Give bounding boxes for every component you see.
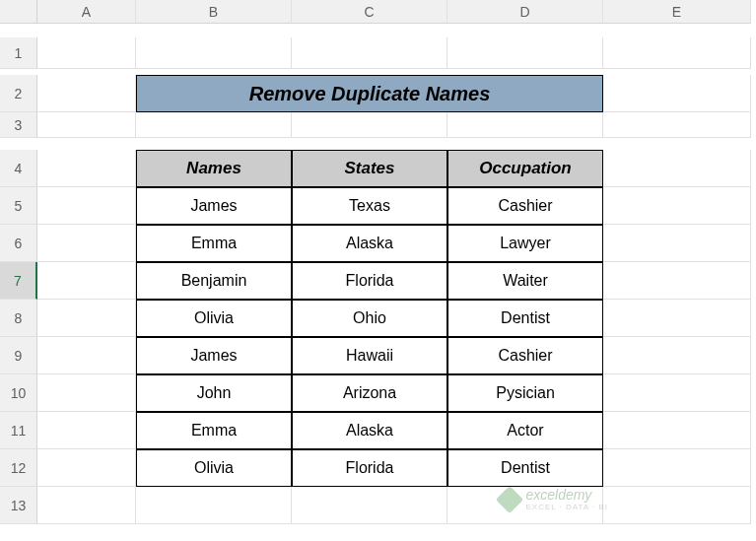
- cell-C1[interactable]: [292, 37, 447, 69]
- cell-E3[interactable]: [603, 112, 751, 138]
- cell-B6[interactable]: Emma: [136, 225, 292, 262]
- row-header-1[interactable]: 1: [0, 37, 37, 69]
- cell-D9[interactable]: Cashier: [447, 337, 603, 374]
- cell-C8[interactable]: Ohio: [292, 300, 447, 337]
- cell-A13[interactable]: [37, 487, 136, 524]
- cell-D8[interactable]: Dentist: [447, 300, 603, 337]
- cell-C13[interactable]: [292, 487, 447, 524]
- cell-B3[interactable]: [136, 112, 292, 138]
- cell-A1[interactable]: [37, 37, 136, 69]
- cell-C5[interactable]: Texas: [292, 187, 447, 225]
- cell-D5[interactable]: Cashier: [447, 187, 603, 225]
- cell-B11[interactable]: Emma: [136, 412, 292, 449]
- watermark: exceldemy EXCEL · DATA · BI: [500, 487, 608, 511]
- cell-C7[interactable]: Florida: [292, 262, 447, 300]
- cell-B8[interactable]: Olivia: [136, 300, 292, 337]
- cell-D7[interactable]: Waiter: [447, 262, 603, 300]
- watermark-brand: exceldemy: [525, 487, 608, 503]
- row-header-10[interactable]: 10: [0, 374, 37, 412]
- select-all-corner[interactable]: [0, 0, 37, 24]
- cell-B7[interactable]: Benjamin: [136, 262, 292, 300]
- col-header-E[interactable]: E: [603, 0, 751, 24]
- cell-E8[interactable]: [603, 300, 751, 337]
- cell-D1[interactable]: [447, 37, 603, 69]
- row-header-6[interactable]: 6: [0, 225, 37, 262]
- title-cell[interactable]: Remove Duplicate Names: [136, 75, 603, 112]
- cell-C6[interactable]: Alaska: [292, 225, 447, 262]
- cell-C10[interactable]: Arizona: [292, 374, 447, 412]
- row-header-9[interactable]: 9: [0, 337, 37, 374]
- cell-A4[interactable]: [37, 150, 136, 187]
- cell-B12[interactable]: Olivia: [136, 449, 292, 487]
- cell-A2[interactable]: [37, 75, 136, 112]
- cell-A8[interactable]: [37, 300, 136, 337]
- cell-C3[interactable]: [292, 112, 447, 138]
- cell-B9[interactable]: James: [136, 337, 292, 374]
- cell-C9[interactable]: Hawaii: [292, 337, 447, 374]
- watermark-tagline: EXCEL · DATA · BI: [525, 503, 608, 511]
- cell-A7[interactable]: [37, 262, 136, 300]
- cell-A12[interactable]: [37, 449, 136, 487]
- row-header-4[interactable]: 4: [0, 150, 37, 187]
- header-names[interactable]: Names: [136, 150, 292, 187]
- cell-E7[interactable]: [603, 262, 751, 300]
- row-header-13[interactable]: 13: [0, 487, 37, 524]
- cell-E9[interactable]: [603, 337, 751, 374]
- cell-D3[interactable]: [447, 112, 603, 138]
- cell-E2[interactable]: [603, 75, 751, 112]
- cell-A3[interactable]: [37, 112, 136, 138]
- row-header-5[interactable]: 5: [0, 187, 37, 225]
- cell-D12[interactable]: Dentist: [447, 449, 603, 487]
- cell-D11[interactable]: Actor: [447, 412, 603, 449]
- cell-A5[interactable]: [37, 187, 136, 225]
- row-header-2[interactable]: 2: [0, 75, 37, 112]
- cell-C12[interactable]: Florida: [292, 449, 447, 487]
- cell-E6[interactable]: [603, 225, 751, 262]
- cell-A6[interactable]: [37, 225, 136, 262]
- cell-C11[interactable]: Alaska: [292, 412, 447, 449]
- cell-E4[interactable]: [603, 150, 751, 187]
- cell-D10[interactable]: Pysician: [447, 374, 603, 412]
- cell-E1[interactable]: [603, 37, 751, 69]
- col-header-A[interactable]: A: [37, 0, 136, 24]
- cell-B13[interactable]: [136, 487, 292, 524]
- row-header-8[interactable]: 8: [0, 300, 37, 337]
- col-header-B[interactable]: B: [136, 0, 292, 24]
- row-header-7[interactable]: 7: [0, 262, 37, 300]
- cell-A10[interactable]: [37, 374, 136, 412]
- row-header-12[interactable]: 12: [0, 449, 37, 487]
- cell-E13[interactable]: [603, 487, 751, 524]
- row-header-3[interactable]: 3: [0, 112, 37, 138]
- cell-E5[interactable]: [603, 187, 751, 225]
- cell-A11[interactable]: [37, 412, 136, 449]
- cell-B1[interactable]: [136, 37, 292, 69]
- header-occupation[interactable]: Occupation: [447, 150, 603, 187]
- cell-E12[interactable]: [603, 449, 751, 487]
- exceldemy-logo-icon: [496, 485, 523, 512]
- cell-E11[interactable]: [603, 412, 751, 449]
- row-header-11[interactable]: 11: [0, 412, 37, 449]
- header-states[interactable]: States: [292, 150, 447, 187]
- cell-D6[interactable]: Lawyer: [447, 225, 603, 262]
- cell-A9[interactable]: [37, 337, 136, 374]
- cell-E10[interactable]: [603, 374, 751, 412]
- col-header-C[interactable]: C: [292, 0, 447, 24]
- cell-B10[interactable]: John: [136, 374, 292, 412]
- col-header-D[interactable]: D: [447, 0, 603, 24]
- spreadsheet-grid[interactable]: A B C D E 1 2 Remove Duplicate Names 3 4…: [0, 0, 756, 524]
- cell-B5[interactable]: James: [136, 187, 292, 225]
